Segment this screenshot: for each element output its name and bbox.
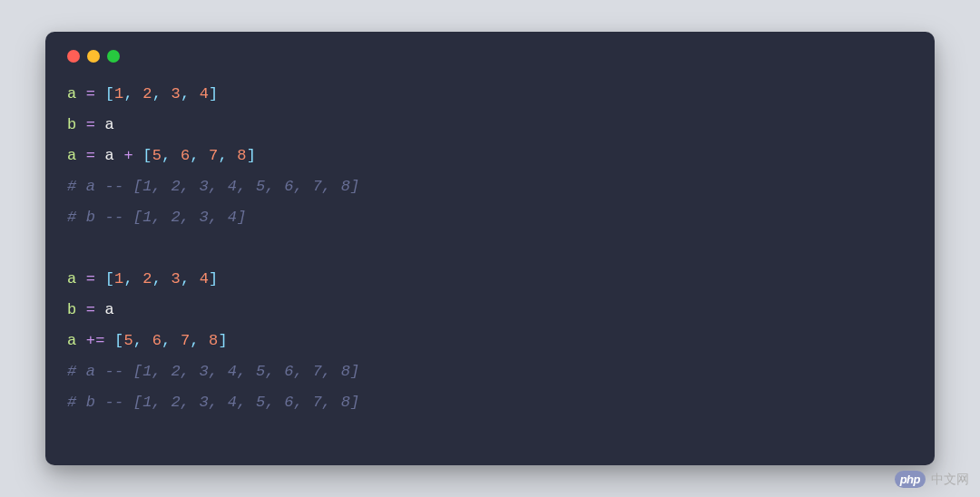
- code-token: [: [114, 332, 123, 349]
- code-token: [76, 147, 85, 164]
- code-token: +: [123, 147, 132, 164]
- minimize-icon[interactable]: [87, 50, 100, 63]
- watermark: php 中文网: [895, 471, 969, 488]
- code-token: [200, 147, 209, 164]
- code-token: [: [142, 147, 152, 164]
- code-token: 7: [209, 147, 218, 164]
- code-token: a: [95, 301, 114, 318]
- code-token: a: [67, 270, 76, 287]
- code-token: 2: [142, 270, 152, 287]
- code-token: [142, 332, 152, 349]
- code-line: # a -- [1, 2, 3, 4, 5, 6, 7, 8]: [67, 171, 913, 202]
- code-token: # b -- [1, 2, 3, 4]: [67, 209, 247, 226]
- code-token: =: [86, 301, 95, 318]
- code-token: ]: [209, 85, 218, 102]
- code-token: 2: [142, 85, 152, 102]
- code-token: 6: [181, 147, 190, 164]
- window-controls: [67, 50, 913, 63]
- code-token: ]: [247, 147, 256, 164]
- close-icon[interactable]: [67, 50, 80, 63]
- code-line: # a -- [1, 2, 3, 4, 5, 6, 7, 8]: [67, 356, 913, 387]
- code-token: a: [67, 85, 76, 102]
- code-token: ,: [162, 332, 171, 349]
- code-token: 4: [200, 85, 209, 102]
- code-window: a = [1, 2, 3, 4]b = aa = a + [5, 6, 7, 8…: [45, 32, 935, 465]
- code-token: [: [105, 85, 114, 102]
- code-token: [76, 332, 85, 349]
- code-line: a = [1, 2, 3, 4]: [67, 79, 913, 110]
- code-token: ,: [181, 270, 190, 287]
- code-token: # a -- [1, 2, 3, 4, 5, 6, 7, 8]: [67, 178, 359, 195]
- code-token: [105, 332, 114, 349]
- code-token: +=: [86, 332, 105, 349]
- code-token: b: [67, 116, 76, 133]
- code-token: a: [67, 147, 76, 164]
- code-token: ]: [209, 270, 218, 287]
- code-line: b = a: [67, 110, 913, 141]
- code-line: a = a + [5, 6, 7, 8]: [67, 141, 913, 171]
- code-token: [171, 147, 180, 164]
- code-token: [162, 270, 171, 287]
- code-token: ,: [123, 270, 132, 287]
- code-token: [76, 116, 85, 133]
- code-token: [190, 85, 199, 102]
- code-line: a = [1, 2, 3, 4]: [67, 264, 913, 295]
- code-token: 3: [171, 270, 180, 287]
- code-token: a: [95, 147, 123, 164]
- code-token: 6: [152, 332, 162, 349]
- code-token: 1: [114, 270, 123, 287]
- code-token: [: [105, 270, 114, 287]
- code-token: [95, 270, 104, 287]
- code-token: 7: [181, 332, 190, 349]
- code-token: [133, 85, 142, 102]
- code-token: ,: [162, 147, 171, 164]
- php-badge-icon: php: [895, 471, 926, 488]
- code-token: [200, 332, 209, 349]
- code-token: ,: [152, 85, 162, 102]
- code-token: 5: [123, 332, 132, 349]
- code-token: =: [86, 270, 95, 287]
- code-token: ,: [152, 270, 162, 287]
- code-token: a: [95, 116, 114, 133]
- code-line: a += [5, 6, 7, 8]: [67, 326, 913, 356]
- code-token: 8: [209, 332, 218, 349]
- code-line: [67, 233, 913, 264]
- code-area: a = [1, 2, 3, 4]b = aa = a + [5, 6, 7, 8…: [67, 79, 913, 418]
- code-line: # b -- [1, 2, 3, 4]: [67, 202, 913, 233]
- code-token: [228, 147, 237, 164]
- code-token: 1: [114, 85, 123, 102]
- code-token: ,: [219, 147, 228, 164]
- code-token: =: [86, 147, 95, 164]
- code-token: [171, 332, 180, 349]
- code-token: 4: [200, 270, 209, 287]
- code-token: ,: [133, 332, 142, 349]
- code-token: # a -- [1, 2, 3, 4, 5, 6, 7, 8]: [67, 363, 359, 380]
- code-token: [133, 147, 142, 164]
- code-token: b: [67, 301, 76, 318]
- watermark-text: 中文网: [931, 472, 969, 488]
- code-token: [190, 270, 199, 287]
- code-line: # b -- [1, 2, 3, 4, 5, 6, 7, 8]: [67, 387, 913, 418]
- code-line: b = a: [67, 295, 913, 326]
- code-token: 8: [237, 147, 246, 164]
- code-token: [162, 85, 171, 102]
- code-token: 5: [152, 147, 162, 164]
- code-token: [76, 270, 85, 287]
- code-token: ]: [219, 332, 228, 349]
- code-token: ,: [181, 85, 190, 102]
- code-token: [76, 301, 85, 318]
- code-token: [133, 270, 142, 287]
- code-token: ,: [190, 332, 199, 349]
- code-token: =: [86, 116, 95, 133]
- code-token: 3: [171, 85, 180, 102]
- code-token: [76, 85, 85, 102]
- code-token: [95, 85, 104, 102]
- code-token: # b -- [1, 2, 3, 4, 5, 6, 7, 8]: [67, 394, 359, 411]
- code-token: a: [67, 332, 76, 349]
- code-token: =: [86, 85, 95, 102]
- code-token: ,: [190, 147, 199, 164]
- code-token: ,: [123, 85, 132, 102]
- maximize-icon[interactable]: [107, 50, 120, 63]
